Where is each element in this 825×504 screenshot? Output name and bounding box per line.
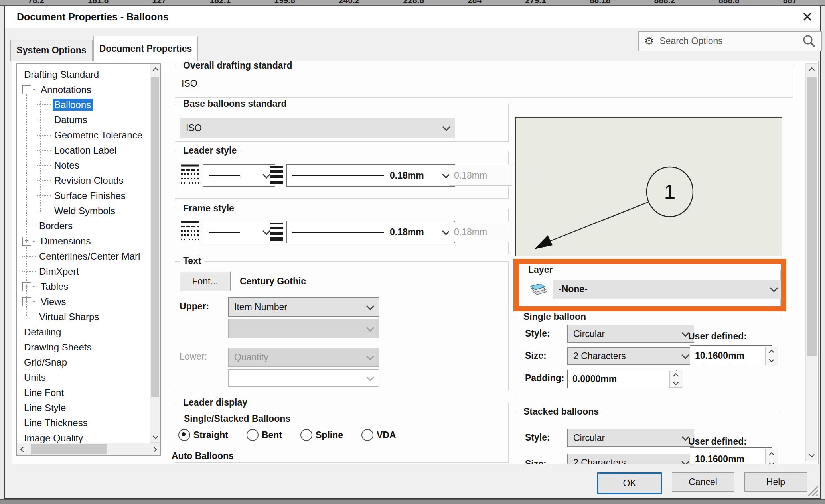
frame-custom-thickness-input[interactable]: 0.18mm (449, 222, 512, 242)
tree-item-drawing-sheets[interactable]: Drawing Sheets (17, 340, 150, 355)
radio-spline[interactable]: Spline (300, 429, 343, 441)
help-button[interactable]: Help (744, 472, 807, 492)
tree-item-location-label[interactable]: Location Label (17, 143, 150, 158)
tree-item-grid-snap[interactable]: Grid/Snap (17, 355, 150, 370)
ok-button[interactable]: OK (597, 472, 662, 494)
expand-plus-icon[interactable]: + (22, 297, 31, 306)
tree-item-surface-finishes[interactable]: Surface Finishes (17, 188, 150, 203)
leader-line-style-select[interactable] (203, 164, 275, 187)
scroll-up-icon[interactable] (806, 64, 818, 77)
padding-input[interactable]: 0.0000mm (567, 370, 677, 388)
tree-item-views[interactable]: +Views (17, 294, 150, 309)
single-user-defined-stepper[interactable] (765, 347, 778, 365)
tree-item-units[interactable]: Units (17, 370, 150, 385)
tree-item-dimensions[interactable]: +Dimensions (17, 234, 150, 249)
upper-select[interactable]: Item Number (228, 297, 379, 317)
tree-item-virtual-sharps[interactable]: Virtual Sharps (17, 309, 150, 325)
thickness-line-glyph (292, 175, 384, 176)
padding-stepper[interactable] (669, 371, 682, 388)
single-user-defined-input[interactable]: 10.1600mm (690, 345, 772, 366)
resize-grip[interactable] (806, 484, 819, 497)
tree-item-balloons[interactable]: Balloons (17, 97, 150, 112)
spinner-up-icon[interactable] (769, 350, 774, 355)
tab-system-options[interactable]: System Options (10, 40, 93, 61)
scroll-left-icon[interactable] (17, 443, 29, 456)
stacked-style-select[interactable]: Circular (567, 429, 694, 447)
search-icon[interactable] (802, 34, 816, 48)
radio-bent[interactable]: Bent (247, 429, 282, 441)
cancel-button[interactable]: Cancel (672, 472, 734, 492)
radio-circle-icon[interactable] (247, 429, 259, 441)
selected-value: Circular (573, 433, 605, 443)
content-vertical-scrollbar[interactable] (805, 63, 817, 461)
tree-dotted-connector (33, 241, 38, 242)
radio-vda[interactable]: VDA (361, 429, 396, 441)
line-thickness-icon (270, 165, 283, 185)
scroll-up-icon[interactable] (150, 64, 161, 76)
tree-item-geometric-tolerance[interactable]: Geometric Tolerance (17, 128, 150, 143)
group-label: Text (180, 256, 205, 266)
tree-item-detailing[interactable]: Detailing (17, 325, 150, 340)
scrollbar-thumb[interactable] (31, 444, 107, 454)
stacked-size-select[interactable]: 2 Characters (567, 454, 694, 464)
tree-item-line-font[interactable]: Line Font (17, 385, 150, 400)
scrollbar-thumb[interactable] (807, 77, 817, 356)
stacked-user-defined-stepper[interactable] (765, 449, 778, 464)
tree-item-annotations[interactable]: −Annotations (17, 82, 150, 97)
expand-plus-icon[interactable]: + (22, 282, 31, 291)
tree-item-label: Annotations (39, 84, 93, 96)
radio-circle-icon[interactable] (361, 429, 373, 441)
tree-dotted-connector (33, 301, 38, 302)
tree-item-dimxpert[interactable]: DimXpert (17, 264, 150, 279)
chevron-down-icon (366, 302, 374, 310)
tree-vertical-scrollbar[interactable] (150, 64, 160, 443)
close-icon[interactable]: ✕ (802, 8, 813, 26)
spinner-up-icon[interactable] (673, 373, 679, 379)
layer-select[interactable]: -None- (553, 280, 783, 299)
tree-item-drafting-standard[interactable]: Drafting Standard (17, 67, 150, 82)
group-label: Layer (525, 264, 556, 275)
tree-item-line-thickness[interactable]: Line Thickness (17, 415, 150, 431)
spinner-down-icon[interactable] (769, 460, 774, 464)
radio-circle-icon[interactable] (300, 429, 312, 441)
collapse-minus-icon[interactable]: − (22, 85, 31, 94)
scroll-down-icon[interactable] (806, 448, 818, 461)
tree-item-weld-symbols[interactable]: Weld Symbols (17, 203, 150, 219)
spinner-down-icon[interactable] (673, 380, 679, 385)
base-standard-select[interactable]: ISO (180, 118, 455, 138)
size-label: Size: (525, 459, 547, 464)
tree-horizontal-scrollbar[interactable] (17, 443, 160, 455)
frame-thickness-select[interactable]: 0.18mm (286, 221, 455, 243)
scroll-down-icon[interactable] (150, 430, 161, 442)
font-button[interactable]: Font... (180, 272, 231, 291)
radio-circle-icon[interactable] (178, 429, 190, 441)
scroll-right-icon[interactable] (148, 443, 160, 456)
overall-drafting-standard-group: Overall drafting standard ISO (175, 66, 793, 98)
expand-plus-icon[interactable]: + (22, 237, 31, 246)
scrollbar-thumb[interactable] (151, 77, 159, 397)
stacked-user-defined-input[interactable]: 10.1600mm (690, 447, 772, 464)
lower-secondary-select[interactable] (228, 369, 379, 387)
single-size-select[interactable]: 2 Characters (567, 347, 694, 365)
upper-secondary-select (228, 319, 379, 338)
spinner-down-icon[interactable] (769, 357, 774, 362)
tree-item-line-style[interactable]: Line Style (17, 400, 150, 415)
tree-item-centerlines-center-marl[interactable]: Centerlines/Center Marl (17, 249, 150, 264)
search-options-input[interactable]: ⚙ Search Options (638, 31, 822, 51)
tab-document-properties[interactable]: Document Properties (93, 36, 198, 61)
tree-item-borders[interactable]: Borders (17, 219, 150, 234)
single-style-select[interactable]: Circular (567, 325, 694, 343)
frame-line-style-select[interactable] (203, 221, 275, 243)
tree-item-datums[interactable]: Datums (17, 112, 150, 128)
leader-thickness-select[interactable]: 0.18mm (286, 164, 455, 187)
line-style-icon (180, 220, 199, 244)
tree-item-revision-clouds[interactable]: Revision Clouds (17, 173, 150, 188)
text-group: Text Font... Century Gothic Upper: Item … (175, 261, 509, 390)
tree-item-tables[interactable]: +Tables (17, 279, 150, 294)
radio-straight[interactable]: Straight (178, 429, 228, 441)
tree-item-notes[interactable]: Notes (17, 158, 150, 173)
leader-style-group: Leader style 0.18mm (175, 151, 509, 199)
background-number: 888.2 (654, 0, 675, 5)
leader-custom-thickness-input[interactable]: 0.18mm (449, 165, 512, 186)
spinner-up-icon[interactable] (769, 452, 774, 458)
